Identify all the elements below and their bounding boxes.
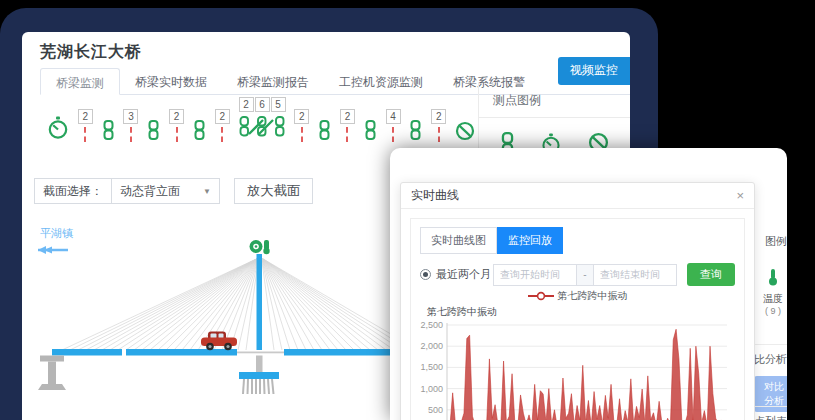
temperature-label: 温度: [763, 292, 783, 306]
temperature-count: ( 9 ): [765, 306, 781, 316]
bridge-diagram: 平湖镇: [22, 224, 422, 420]
sensor-marker-line: [84, 127, 86, 142]
y-tick-label: 2,500: [420, 320, 443, 330]
legend-panel-title: 测点图例: [479, 82, 630, 118]
point-list-header: 测点列表: [754, 414, 787, 420]
sensor-count-badge: 3: [123, 109, 138, 124]
sensor-count-badge: 2: [169, 109, 184, 124]
sensor-count-badge: 2: [239, 97, 254, 112]
chart-legend[interactable]: 第七跨跨中振动: [411, 289, 744, 303]
tab-bridge-monitoring[interactable]: 桥梁监测: [40, 68, 120, 95]
tower-cap: [239, 372, 279, 379]
dialog-title: 实时曲线: [411, 187, 459, 204]
sensor-marker-line: [221, 127, 223, 142]
y-tick-label: 1,500: [420, 362, 443, 372]
y-tick-label: 1,000: [420, 384, 443, 394]
sensor-point[interactable]: 2: [215, 109, 230, 142]
video-monitor-button[interactable]: 视频监控: [558, 57, 630, 85]
sensor-marker-line: [301, 127, 303, 142]
left-pier: [38, 356, 66, 391]
query-button[interactable]: 查询: [687, 263, 735, 286]
divider: [754, 406, 787, 407]
tab-monitor-playback[interactable]: 监控回放: [497, 227, 563, 254]
tab-realtime-curve-chart[interactable]: 实时曲线图: [420, 227, 497, 254]
tab-realtime-data[interactable]: 桥梁实时数据: [120, 68, 222, 95]
sensor-count-badge: 2: [340, 109, 355, 124]
recent-two-months-radio[interactable]: [420, 269, 431, 280]
screen: 芜湖长江大桥 桥梁监测 桥梁实时数据 桥梁监测报告 工控机资源监测 桥梁系统报警…: [0, 0, 815, 420]
tab-monitoring-report[interactable]: 桥梁监测报告: [222, 68, 324, 95]
secondary-window: 图例 温度 ( 9 ) 对比分析 对比分析 测点列表 实时曲线 × 实时曲线图 …: [390, 148, 787, 420]
sensor-count-badge: 2: [78, 109, 93, 124]
chain-link-icon[interactable]: [318, 120, 331, 145]
sensor-point[interactable]: 3: [123, 109, 138, 142]
sensor-point[interactable]: 2: [78, 109, 93, 142]
sensor-point[interactable]: 2: [431, 109, 446, 142]
query-start-time-input[interactable]: [493, 264, 577, 286]
sensor-point[interactable]: 2: [340, 109, 355, 142]
sidebar-legend-header: 图例: [754, 234, 787, 249]
sensor-marker-line: [176, 127, 178, 142]
deck-joint: [237, 352, 284, 354]
dialog-content-panel: 实时曲线图 监控回放 最近两个月 - 查询 第七跨跨中振动: [410, 218, 745, 420]
sensor-count-badge: 5: [271, 97, 286, 112]
legend-series-name: 第七跨跨中振动: [558, 289, 628, 303]
tower-piles: [243, 379, 274, 394]
chain-link-icon[interactable]: [147, 120, 160, 145]
sensor-count-badge: 2: [431, 109, 446, 124]
recent-two-months-label: 最近两个月: [436, 267, 491, 282]
bridge-deck: [52, 349, 122, 356]
bridge-elevation-svg: [22, 238, 422, 420]
sensor-marker-line: [438, 127, 440, 142]
weigh-gauge-icon[interactable]: [47, 115, 69, 145]
enlarge-section-button[interactable]: 放大截面: [234, 178, 313, 204]
legend-marker-icon: [528, 291, 554, 301]
section-select-dropdown[interactable]: 动态背立面 ▼: [111, 179, 219, 203]
sensor-row: 2 3 2 2 2 6 5 2 2 4 2: [47, 92, 475, 142]
sensor-count-badge: 6: [255, 97, 270, 112]
sensor-count-badge: 2: [215, 109, 230, 124]
date-range-picker: -: [493, 264, 677, 286]
chain-link-icon[interactable]: [102, 120, 115, 145]
close-icon[interactable]: ×: [736, 189, 744, 202]
camera-icon: [250, 240, 270, 254]
chevron-down-icon: ▼: [203, 187, 211, 196]
prohibit-icon[interactable]: [455, 121, 475, 145]
strain-sensor-cluster-icon: [239, 116, 285, 142]
divider: [754, 344, 787, 345]
tab-ipc-resource[interactable]: 工控机资源监测: [324, 68, 438, 95]
range-separator: -: [577, 264, 593, 286]
left-arrow-icon: [38, 246, 68, 254]
section-select-value: 动态背立面: [120, 183, 180, 200]
page-title: 芜湖长江大桥: [40, 42, 142, 63]
query-controls: 最近两个月 - 查询: [411, 254, 744, 286]
realtime-curve-dialog: 实时曲线 × 实时曲线图 监控回放 最近两个月 - 查询: [400, 182, 755, 420]
vibration-series: [447, 329, 727, 420]
chart-axis-title: 第七跨跨中振动: [427, 305, 744, 319]
thermometer-icon: [767, 268, 779, 290]
chain-link-icon[interactable]: [409, 120, 422, 145]
sensor-count-badge: 4: [386, 109, 401, 124]
chain-link-icon[interactable]: [364, 120, 377, 145]
sensor-marker-line: [346, 127, 348, 142]
sensor-point[interactable]: 2: [294, 109, 309, 142]
vibration-chart: 05001,0001,5002,0002,5002018-09-30 16:01…: [411, 319, 756, 420]
sensor-cluster[interactable]: 2 6 5: [239, 97, 286, 142]
y-tick-label: 2,000: [420, 341, 443, 351]
right-sidebar: 图例 温度 ( 9 ) 对比分析 对比分析 测点列表: [754, 228, 787, 420]
sensor-point[interactable]: 4: [386, 109, 401, 142]
dialog-tab-buttons: 实时曲线图 监控回放: [411, 219, 744, 254]
compare-section-header: 对比分析: [754, 352, 787, 367]
y-tick-label: 500: [428, 405, 443, 415]
chain-link-icon[interactable]: [193, 120, 206, 145]
query-end-time-input[interactable]: [593, 264, 677, 286]
sensor-marker-line: [392, 127, 394, 142]
dialog-header: 实时曲线 ×: [401, 183, 754, 209]
temperature-item[interactable]: 温度 ( 9 ): [763, 268, 783, 316]
sensor-point[interactable]: 2: [169, 109, 184, 142]
car: [201, 332, 237, 351]
section-select-row: 截面选择： 动态背立面 ▼ 放大截面: [34, 178, 313, 204]
bridge-tower: [257, 254, 263, 350]
section-select-label: 截面选择：: [35, 183, 111, 200]
sensor-count-badge: 2: [294, 109, 309, 124]
